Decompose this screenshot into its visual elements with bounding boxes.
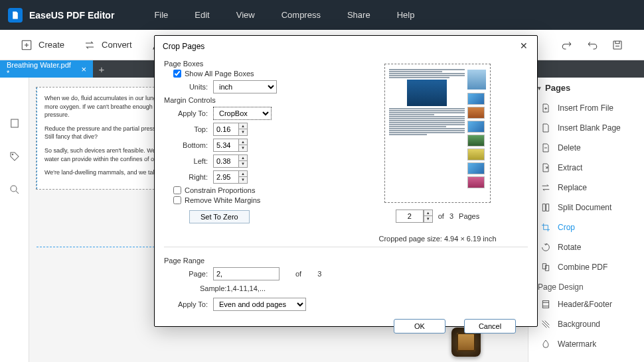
rotate-page[interactable]: Rotate xyxy=(528,237,644,257)
top-label: Top: xyxy=(173,125,208,133)
right-spinner[interactable]: ▲▼ xyxy=(238,170,248,184)
create-button[interactable]: Create xyxy=(20,38,64,52)
menu-share[interactable]: Share xyxy=(347,10,370,20)
page-boxes-label: Page Boxes xyxy=(164,60,337,68)
left-input[interactable] xyxy=(213,154,238,168)
page-range-input[interactable] xyxy=(213,267,280,280)
show-all-checkbox-input[interactable] xyxy=(173,70,181,78)
tag-icon[interactable] xyxy=(9,151,21,165)
plus-icon xyxy=(20,38,33,52)
undo-icon[interactable] xyxy=(586,38,599,52)
show-all-page-boxes-checkbox[interactable]: Show All Page Boxes xyxy=(173,70,337,78)
page-design-header: Page Design xyxy=(528,277,644,294)
bottom-input[interactable] xyxy=(213,139,238,152)
bottom-spinner[interactable]: ▲▼ xyxy=(238,139,248,152)
crop-page[interactable]: Crop xyxy=(528,217,644,237)
insert-from-file[interactable]: Insert From File xyxy=(528,98,644,118)
apply-to-pages-select[interactable]: Even and odd pages xyxy=(213,298,306,311)
redo-icon[interactable] xyxy=(560,38,574,52)
preview-pager: ▲▼ of 3 Pages xyxy=(396,210,480,223)
tab-close-icon[interactable]: × xyxy=(81,64,86,74)
main-menu: File Edit View Compress Share Help xyxy=(154,10,414,20)
combine-pdf[interactable]: Combine PDF xyxy=(528,257,644,277)
right-input[interactable] xyxy=(213,170,238,184)
top-input[interactable] xyxy=(213,123,238,136)
remove-white-checkbox[interactable]: Remove White Margins xyxy=(173,196,337,204)
watermark[interactable]: Watermark xyxy=(528,334,644,354)
apply-to-select[interactable]: CropBox xyxy=(213,107,272,120)
convert-icon xyxy=(83,38,96,52)
left-rail xyxy=(0,78,29,362)
crop-guide xyxy=(37,88,37,189)
set-to-zero-button[interactable]: Set To Zero xyxy=(189,210,250,223)
preview-page-spinner[interactable]: ▲▼ xyxy=(424,210,433,223)
units-label: Units: xyxy=(173,83,208,91)
pages-panel-header[interactable]: Pages xyxy=(528,78,644,98)
cancel-button[interactable]: Cancel xyxy=(464,319,516,333)
left-spinner[interactable]: ▲▼ xyxy=(238,154,248,168)
background[interactable]: Background xyxy=(528,314,644,334)
convert-label: Convert xyxy=(102,40,132,50)
svg-point-4 xyxy=(11,186,17,192)
units-select[interactable]: inch xyxy=(213,80,277,93)
create-label: Create xyxy=(39,40,64,50)
page-preview xyxy=(384,64,491,203)
margin-controls-label: Margin Controls xyxy=(164,96,337,104)
ok-button[interactable]: OK xyxy=(394,319,445,333)
svg-point-3 xyxy=(12,154,13,155)
page-icon[interactable] xyxy=(9,117,21,132)
app-logo xyxy=(8,8,23,23)
apply-to-label: Apply To: xyxy=(173,109,208,117)
close-icon[interactable]: ✕ xyxy=(519,41,529,52)
svg-rect-5 xyxy=(542,301,548,308)
top-spinner[interactable]: ▲▼ xyxy=(238,123,248,136)
dialog-titlebar: Crop Pages ✕ xyxy=(155,36,537,57)
split-document[interactable]: Split Document xyxy=(528,198,644,217)
header-footer[interactable]: Header&Footer xyxy=(528,294,644,314)
menu-edit[interactable]: Edit xyxy=(195,10,209,20)
bottom-label: Bottom: xyxy=(173,141,208,149)
title-bar: EaseUS PDF Editor File Edit View Compres… xyxy=(0,0,644,30)
extract-page[interactable]: Extract xyxy=(528,158,644,178)
apply-to-2-label: Apply To: xyxy=(173,300,208,308)
dialog-title: Crop Pages xyxy=(163,42,204,51)
page-range-label: Page Range xyxy=(164,257,528,265)
page-range-sample: Sample:1,4-11,14,... xyxy=(200,284,528,292)
tab-label: Breathing Water.pdf * xyxy=(7,61,74,77)
menu-file[interactable]: File xyxy=(154,10,168,20)
page-label: Page: xyxy=(173,270,208,278)
replace-page[interactable]: Replace xyxy=(528,178,644,198)
preview-page-input[interactable] xyxy=(396,210,424,223)
svg-rect-1 xyxy=(613,41,621,49)
delete-page[interactable]: Delete xyxy=(528,138,644,158)
cropped-size-label: Cropped page size: 4.94 × 6.19 inch xyxy=(378,235,496,243)
add-tab-button[interactable]: + xyxy=(93,60,110,78)
svg-rect-2 xyxy=(11,119,18,127)
insert-blank-page[interactable]: Insert Blank Page xyxy=(528,118,644,138)
document-tab[interactable]: Breathing Water.pdf * × xyxy=(0,60,93,78)
menu-compress[interactable]: Compress xyxy=(282,10,321,20)
app-title: EaseUS PDF Editor xyxy=(29,10,114,21)
menu-view[interactable]: View xyxy=(236,10,255,20)
left-label: Left: xyxy=(173,157,208,165)
save-icon[interactable] xyxy=(611,38,624,52)
convert-button[interactable]: Convert xyxy=(83,38,132,52)
search-icon[interactable] xyxy=(9,184,21,198)
constrain-checkbox[interactable]: Constrain Proportions xyxy=(173,186,337,194)
menu-help[interactable]: Help xyxy=(397,10,415,20)
right-label: Right: xyxy=(173,173,208,181)
crop-pages-dialog: Crop Pages ✕ Page Boxes Show All Page Bo… xyxy=(154,35,538,327)
right-panel: Pages Insert From File Insert Blank Page… xyxy=(528,78,644,362)
